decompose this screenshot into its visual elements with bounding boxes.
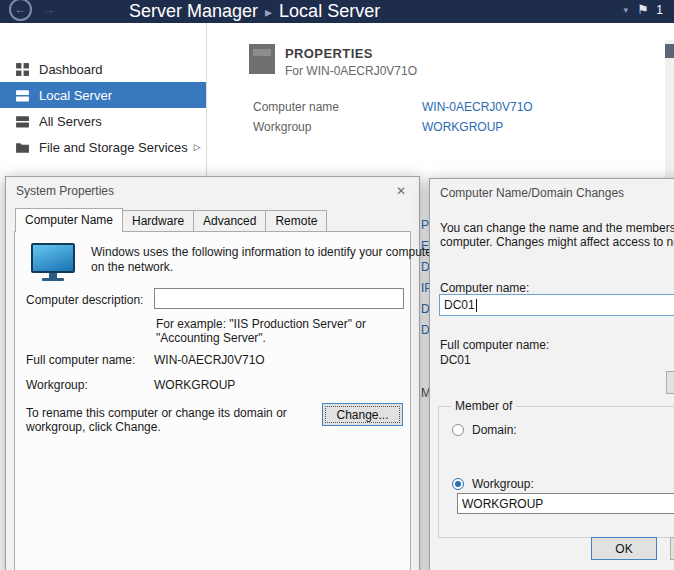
intro-text: computer. Changes might affect access to…: [440, 235, 674, 249]
dialog-title: Computer Name/Domain Changes: [440, 186, 624, 200]
rename-hint-text: To rename this computer or change its do…: [26, 406, 287, 420]
computer-name-label: Computer name:: [440, 281, 529, 295]
servers-icon: [15, 114, 30, 129]
cancel-button-partial[interactable]: [670, 537, 674, 560]
properties-heading: PROPERTIES: [285, 46, 373, 61]
domain-changes-dialog: Computer Name/Domain Changes You can cha…: [429, 178, 674, 570]
sidebar-item-local-server[interactable]: Local Server: [0, 82, 206, 108]
full-computer-name-value: WIN-0AECRJ0V71O: [154, 353, 265, 367]
breadcrumb: Server Manager▸Local Server: [129, 0, 380, 23]
app-title: Server Manager: [129, 1, 258, 21]
intro-text: Windows uses the following information t…: [91, 245, 436, 259]
computer-description-input[interactable]: [154, 288, 404, 309]
sidebar-item-label: All Servers: [39, 114, 102, 129]
chevron-down-icon[interactable]: ▾: [623, 5, 628, 15]
sidebar-item-label: Local Server: [39, 88, 112, 103]
sidebar-item-all-servers[interactable]: All Servers: [0, 108, 206, 134]
computer-name-input-value: DC01: [444, 298, 475, 312]
domain-radio-label[interactable]: Domain:: [472, 423, 517, 437]
workgroup-input[interactable]: [457, 493, 674, 514]
notification-count: 1: [656, 3, 663, 17]
intro-text: You can change the name and the membersh…: [440, 221, 674, 235]
dialog-title: System Properties: [16, 184, 114, 198]
breadcrumb-separator-icon: ▸: [258, 4, 279, 20]
member-of-label: Member of: [451, 399, 516, 413]
workgroup-radio-label[interactable]: Workgroup:: [472, 477, 534, 491]
scrollbar-thumb[interactable]: [665, 44, 674, 58]
sidebar-item-file-storage-services[interactable]: File and Storage Services ▷: [0, 134, 206, 160]
expand-chevron-icon[interactable]: ▷: [194, 142, 201, 152]
tab-hardware[interactable]: Hardware: [122, 210, 194, 231]
text-caret: [476, 299, 477, 312]
computer-monitor-icon: [31, 243, 75, 281]
tab-computer-name[interactable]: Computer Name: [15, 208, 123, 232]
computer-description-label: Computer description:: [26, 293, 143, 307]
prop-label-workgroup: Workgroup: [253, 120, 311, 134]
example-text: "Accounting Server".: [156, 331, 266, 345]
titlebar: ← → Server Manager▸Local Server ▾ ⚑ 1: [0, 0, 674, 23]
more-button-partial[interactable]: [666, 371, 674, 394]
system-properties-dialog: System Properties ✕ Computer Name Hardwa…: [5, 176, 420, 570]
tab-remote[interactable]: Remote: [265, 210, 327, 231]
workgroup-label: Workgroup:: [26, 378, 88, 392]
prop-label-computer-name: Computer name: [253, 100, 339, 114]
back-icon[interactable]: ←: [9, 0, 32, 21]
properties-tile-icon: [249, 44, 275, 74]
dashboard-icon: [15, 62, 30, 77]
tab-strip: Computer Name Hardware Advanced Remote: [15, 208, 327, 231]
intro-text: on the network.: [91, 260, 173, 274]
notification-flag-icon[interactable]: ⚑: [637, 2, 649, 17]
tab-advanced[interactable]: Advanced: [193, 210, 266, 231]
domain-radio[interactable]: [452, 424, 464, 436]
prop-value-computer-name[interactable]: WIN-0AECRJ0V71O: [422, 100, 533, 114]
full-computer-name-label: Full computer name:: [26, 353, 135, 367]
close-icon[interactable]: ✕: [388, 181, 414, 201]
example-text: For example: "IIS Production Server" or: [156, 317, 366, 331]
computer-name-input[interactable]: DC01: [439, 294, 674, 316]
workgroup-radio[interactable]: [452, 478, 464, 490]
forward-icon[interactable]: →: [42, 2, 55, 17]
ok-button[interactable]: OK: [591, 537, 657, 560]
rename-hint-text: workgroup, click Change.: [26, 420, 161, 434]
member-of-groupbox: Member of Domain: Workgroup:: [438, 406, 674, 538]
full-computer-name-value: DC01: [440, 353, 471, 367]
properties-subheading: For WIN-0AECRJ0V71O: [285, 64, 417, 78]
tab-page: [14, 231, 411, 570]
server-icon: [15, 88, 30, 103]
sidebar-item-label: File and Storage Services: [39, 140, 188, 155]
sidebar-item-dashboard[interactable]: Dashboard: [0, 56, 206, 82]
sidebar-item-label: Dashboard: [39, 62, 103, 77]
page-title[interactable]: Local Server: [279, 1, 380, 21]
storage-icon: [15, 140, 30, 155]
prop-value-workgroup[interactable]: WORKGROUP: [422, 120, 503, 134]
workgroup-value: WORKGROUP: [154, 378, 235, 392]
change-button[interactable]: Change...: [322, 403, 403, 426]
full-computer-name-label: Full computer name:: [440, 338, 549, 352]
